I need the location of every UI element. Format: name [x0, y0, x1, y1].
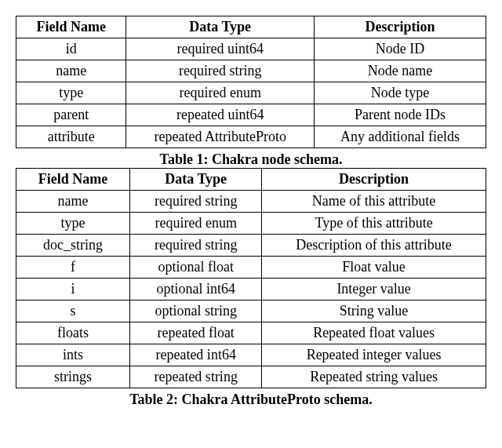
table-row: type required enum Node type [16, 82, 486, 104]
cell-field-name: ints [16, 344, 130, 366]
cell-field-name: parent [16, 104, 126, 126]
cell-description: Integer value [262, 279, 486, 300]
cell-data-type: required enum [130, 213, 262, 235]
cell-field-name: name [16, 60, 126, 82]
cell-data-type: repeated AttributeProto [126, 126, 314, 148]
table-row: floats repeated float Repeated float val… [16, 322, 486, 344]
cell-description: Any additional fields [314, 126, 486, 148]
cell-field-name: type [16, 213, 130, 235]
table-2-container: Field Name Data Type Description name re… [16, 168, 486, 408]
cell-description: Repeated string values [262, 366, 486, 388]
cell-data-type: required enum [126, 82, 314, 104]
table-1-container: Field Name Data Type Description id requ… [16, 16, 486, 168]
cell-field-name: attribute [16, 126, 126, 148]
cell-description: Type of this attribute [262, 213, 486, 235]
table-row: parent repeated uint64 Parent node IDs [16, 104, 486, 126]
cell-description: String value [262, 300, 486, 322]
cell-description: Node name [314, 60, 486, 82]
cell-description: Parent node IDs [314, 104, 486, 126]
table-row: attribute repeated AttributeProto Any ad… [16, 126, 486, 148]
table-row: doc_string required string Description o… [16, 235, 486, 257]
cell-field-name: s [16, 300, 130, 322]
cell-description: Node ID [314, 38, 486, 60]
cell-description: Repeated integer values [262, 344, 486, 366]
table-1-caption: Table 1: Chakra node schema. [16, 151, 486, 168]
table-1: Field Name Data Type Description id requ… [16, 16, 486, 148]
cell-description: Node type [314, 82, 486, 104]
table-row: name required string Name of this attrib… [16, 191, 486, 213]
column-header: Description [314, 16, 486, 38]
cell-field-name: i [16, 279, 130, 300]
table-row: f optional float Float value [16, 257, 486, 279]
cell-field-name: name [16, 191, 130, 213]
cell-field-name: f [16, 257, 130, 279]
column-header: Data Type [126, 16, 314, 38]
cell-data-type: required string [130, 235, 262, 257]
table-row: s optional string String value [16, 300, 486, 322]
cell-field-name: strings [16, 366, 130, 388]
cell-data-type: optional int64 [130, 279, 262, 300]
cell-field-name: floats [16, 322, 130, 344]
cell-description: Description of this attribute [262, 235, 486, 257]
cell-description: Float value [262, 257, 486, 279]
table-row: id required uint64 Node ID [16, 38, 486, 60]
cell-description: Name of this attribute [262, 191, 486, 213]
column-header: Field Name [16, 16, 126, 38]
column-header: Field Name [16, 169, 130, 191]
cell-data-type: repeated uint64 [126, 104, 314, 126]
cell-field-name: type [16, 82, 126, 104]
column-header: Description [262, 169, 486, 191]
cell-data-type: optional string [130, 300, 262, 322]
cell-data-type: required string [130, 191, 262, 213]
column-header: Data Type [130, 169, 262, 191]
table-row: strings repeated string Repeated string … [16, 366, 486, 388]
table-2: Field Name Data Type Description name re… [16, 168, 486, 388]
cell-data-type: required uint64 [126, 38, 314, 60]
cell-data-type: repeated string [130, 366, 262, 388]
cell-description: Repeated float values [262, 322, 486, 344]
table-row: name required string Node name [16, 60, 486, 82]
table-row: i optional int64 Integer value [16, 279, 486, 300]
cell-data-type: required string [126, 60, 314, 82]
cell-field-name: id [16, 38, 126, 60]
table-2-caption: Table 2: Chakra AttributeProto schema. [16, 392, 486, 408]
cell-data-type: optional float [130, 257, 262, 279]
table-row: Field Name Data Type Description [16, 169, 486, 191]
cell-data-type: repeated float [130, 322, 262, 344]
cell-field-name: doc_string [16, 235, 130, 257]
cell-data-type: repeated int64 [130, 344, 262, 366]
table-row: type required enum Type of this attribut… [16, 213, 486, 235]
table-row: ints repeated int64 Repeated integer val… [16, 344, 486, 366]
table-row: Field Name Data Type Description [16, 16, 486, 38]
